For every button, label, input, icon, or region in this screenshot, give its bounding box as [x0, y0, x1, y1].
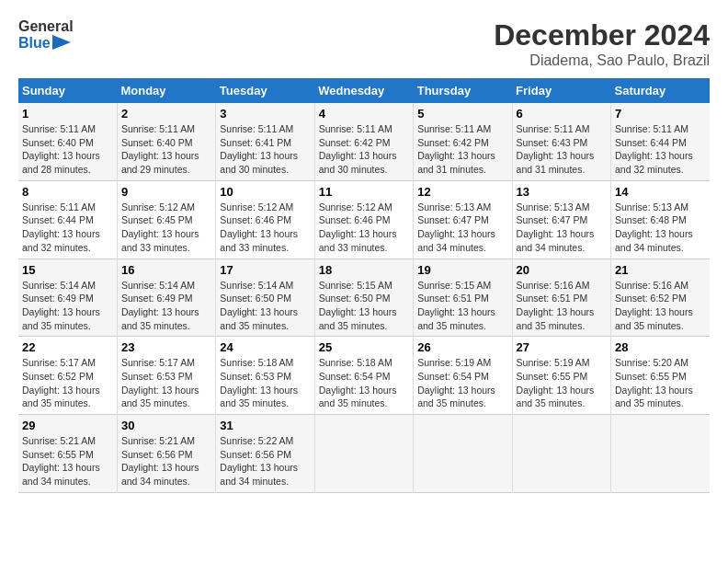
day-info: Sunrise: 5:13 AM Sunset: 6:48 PM Dayligh…: [615, 201, 706, 255]
calendar-cell: 20 Sunrise: 5:16 AM Sunset: 6:51 PM Dayl…: [512, 259, 610, 337]
day-info: Sunrise: 5:12 AM Sunset: 6:46 PM Dayligh…: [220, 201, 310, 255]
day-info: Sunrise: 5:11 AM Sunset: 6:42 PM Dayligh…: [417, 122, 507, 177]
calendar-cell: 5 Sunrise: 5:11 AM Sunset: 6:42 PM Dayli…: [414, 103, 512, 180]
day-info: Sunrise: 5:11 AM Sunset: 6:41 PM Dayligh…: [220, 122, 310, 177]
calendar-table: SundayMondayTuesdayWednesdayThursdayFrid…: [18, 78, 710, 493]
day-number: 4: [319, 107, 409, 121]
calendar-cell: 6 Sunrise: 5:11 AM Sunset: 6:43 PM Dayli…: [512, 103, 610, 180]
day-info: Sunrise: 5:15 AM Sunset: 6:51 PM Dayligh…: [417, 279, 507, 333]
day-info: Sunrise: 5:13 AM Sunset: 6:47 PM Dayligh…: [517, 201, 607, 255]
calendar-cell: 30 Sunrise: 5:21 AM Sunset: 6:56 PM Dayl…: [117, 415, 215, 493]
svg-marker-0: [52, 35, 71, 50]
calendar-cell: 8 Sunrise: 5:11 AM Sunset: 6:44 PM Dayli…: [18, 180, 117, 259]
day-number: 15: [22, 263, 113, 277]
logo-text-area: General Blue: [18, 18, 74, 51]
calendar-header: SundayMondayTuesdayWednesdayThursdayFrid…: [18, 78, 710, 103]
day-info: Sunrise: 5:20 AM Sunset: 6:55 PM Dayligh…: [615, 356, 706, 410]
day-info: Sunrise: 5:16 AM Sunset: 6:51 PM Dayligh…: [517, 279, 607, 333]
day-number: 19: [417, 263, 507, 277]
page-header: General Blue December 2024 Diadema, Sao …: [18, 18, 710, 69]
day-number: 29: [22, 419, 113, 432]
day-number: 26: [417, 340, 507, 354]
day-number: 16: [121, 263, 211, 277]
weekday-header-thursday: Thursday: [414, 78, 512, 103]
day-number: 10: [220, 185, 310, 199]
day-info: Sunrise: 5:11 AM Sunset: 6:44 PM Dayligh…: [22, 201, 113, 255]
day-info: Sunrise: 5:12 AM Sunset: 6:45 PM Dayligh…: [121, 201, 211, 255]
calendar-cell: 14 Sunrise: 5:13 AM Sunset: 6:48 PM Dayl…: [611, 180, 710, 259]
month-title: December 2024: [494, 18, 710, 52]
logo-arrow-icon: [52, 35, 71, 50]
day-info: Sunrise: 5:14 AM Sunset: 6:49 PM Dayligh…: [121, 279, 211, 333]
day-number: 12: [417, 185, 507, 199]
day-info: Sunrise: 5:22 AM Sunset: 6:56 PM Dayligh…: [220, 434, 310, 488]
day-number: 31: [220, 419, 310, 432]
day-number: 6: [517, 107, 607, 121]
location: Diadema, Sao Paulo, Brazil: [494, 52, 710, 69]
day-number: 24: [220, 340, 310, 354]
day-number: 18: [319, 263, 409, 277]
day-number: 3: [220, 107, 310, 121]
calendar-cell: [414, 415, 512, 493]
calendar-week-2: 8 Sunrise: 5:11 AM Sunset: 6:44 PM Dayli…: [18, 180, 710, 259]
day-number: 27: [517, 340, 607, 354]
day-info: Sunrise: 5:19 AM Sunset: 6:55 PM Dayligh…: [517, 356, 607, 410]
calendar-cell: [512, 415, 610, 493]
calendar-cell: 15 Sunrise: 5:14 AM Sunset: 6:49 PM Dayl…: [18, 259, 117, 337]
calendar-cell: 16 Sunrise: 5:14 AM Sunset: 6:49 PM Dayl…: [117, 259, 215, 337]
calendar-cell: 12 Sunrise: 5:13 AM Sunset: 6:47 PM Dayl…: [414, 180, 512, 259]
logo-line2: Blue: [18, 35, 74, 52]
calendar-cell: 17 Sunrise: 5:14 AM Sunset: 6:50 PM Dayl…: [216, 259, 314, 337]
day-number: 30: [121, 419, 211, 432]
weekday-header-friday: Friday: [512, 78, 610, 103]
calendar-week-1: 1 Sunrise: 5:11 AM Sunset: 6:40 PM Dayli…: [18, 103, 710, 180]
day-number: 14: [615, 185, 706, 199]
calendar-cell: 1 Sunrise: 5:11 AM Sunset: 6:40 PM Dayli…: [18, 103, 117, 180]
day-number: 17: [220, 263, 310, 277]
day-info: Sunrise: 5:11 AM Sunset: 6:40 PM Dayligh…: [121, 122, 211, 177]
calendar-cell: 26 Sunrise: 5:19 AM Sunset: 6:54 PM Dayl…: [414, 337, 512, 415]
day-number: 1: [22, 107, 113, 121]
weekday-header-sunday: Sunday: [18, 78, 117, 103]
weekday-header-monday: Monday: [117, 78, 215, 103]
logo: General Blue: [18, 18, 74, 51]
day-info: Sunrise: 5:12 AM Sunset: 6:46 PM Dayligh…: [319, 201, 409, 255]
calendar-cell: 29 Sunrise: 5:21 AM Sunset: 6:55 PM Dayl…: [18, 415, 117, 493]
day-info: Sunrise: 5:11 AM Sunset: 6:44 PM Dayligh…: [615, 122, 706, 177]
day-info: Sunrise: 5:17 AM Sunset: 6:52 PM Dayligh…: [22, 356, 113, 410]
calendar-cell: 3 Sunrise: 5:11 AM Sunset: 6:41 PM Dayli…: [216, 103, 314, 180]
calendar-week-5: 29 Sunrise: 5:21 AM Sunset: 6:55 PM Dayl…: [18, 415, 710, 493]
day-info: Sunrise: 5:16 AM Sunset: 6:52 PM Dayligh…: [615, 279, 706, 333]
day-number: 11: [319, 185, 409, 199]
calendar-cell: 22 Sunrise: 5:17 AM Sunset: 6:52 PM Dayl…: [18, 337, 117, 415]
day-number: 7: [615, 107, 706, 121]
calendar-week-4: 22 Sunrise: 5:17 AM Sunset: 6:52 PM Dayl…: [18, 337, 710, 415]
weekday-header-tuesday: Tuesday: [216, 78, 314, 103]
calendar-cell: 21 Sunrise: 5:16 AM Sunset: 6:52 PM Dayl…: [611, 259, 710, 337]
day-number: 5: [417, 107, 507, 121]
calendar-cell: 9 Sunrise: 5:12 AM Sunset: 6:45 PM Dayli…: [117, 180, 215, 259]
title-area: December 2024 Diadema, Sao Paulo, Brazil: [494, 18, 710, 69]
calendar-week-3: 15 Sunrise: 5:14 AM Sunset: 6:49 PM Dayl…: [18, 259, 710, 337]
day-info: Sunrise: 5:14 AM Sunset: 6:49 PM Dayligh…: [22, 279, 113, 333]
calendar-cell: [611, 415, 710, 493]
day-number: 21: [615, 263, 706, 277]
weekday-row: SundayMondayTuesdayWednesdayThursdayFrid…: [18, 78, 710, 103]
day-number: 9: [121, 185, 211, 199]
calendar-cell: 11 Sunrise: 5:12 AM Sunset: 6:46 PM Dayl…: [314, 180, 413, 259]
day-info: Sunrise: 5:19 AM Sunset: 6:54 PM Dayligh…: [417, 356, 507, 410]
day-number: 13: [517, 185, 607, 199]
calendar-cell: 2 Sunrise: 5:11 AM Sunset: 6:40 PM Dayli…: [117, 103, 215, 180]
weekday-header-wednesday: Wednesday: [314, 78, 413, 103]
day-info: Sunrise: 5:21 AM Sunset: 6:56 PM Dayligh…: [121, 434, 211, 488]
day-info: Sunrise: 5:13 AM Sunset: 6:47 PM Dayligh…: [417, 201, 507, 255]
day-info: Sunrise: 5:18 AM Sunset: 6:53 PM Dayligh…: [220, 356, 310, 410]
day-number: 2: [121, 107, 211, 121]
calendar-cell: 31 Sunrise: 5:22 AM Sunset: 6:56 PM Dayl…: [216, 415, 314, 493]
calendar-cell: 13 Sunrise: 5:13 AM Sunset: 6:47 PM Dayl…: [512, 180, 610, 259]
calendar-cell: 18 Sunrise: 5:15 AM Sunset: 6:50 PM Dayl…: [314, 259, 413, 337]
day-info: Sunrise: 5:11 AM Sunset: 6:42 PM Dayligh…: [319, 122, 409, 177]
day-info: Sunrise: 5:17 AM Sunset: 6:53 PM Dayligh…: [121, 356, 211, 410]
day-info: Sunrise: 5:18 AM Sunset: 6:54 PM Dayligh…: [319, 356, 409, 410]
day-number: 23: [121, 340, 211, 354]
